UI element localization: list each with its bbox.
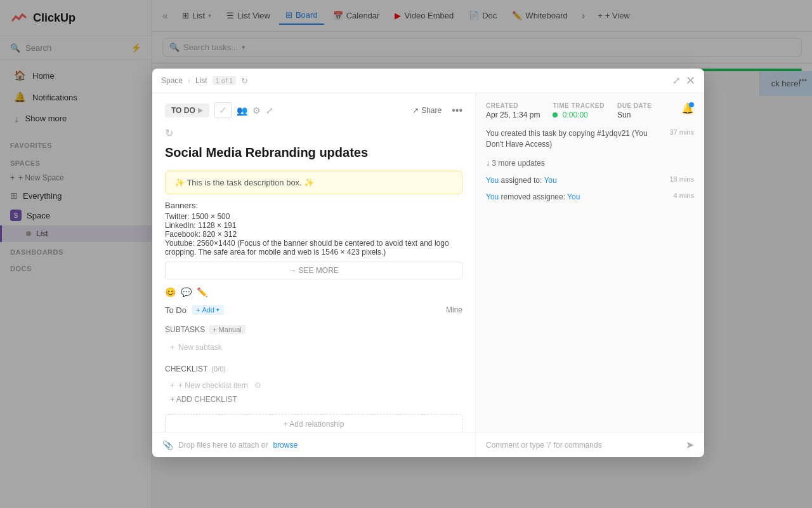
subtasks-header: SUBTASKS + Manual: [165, 325, 462, 334]
activity-text-middle-1: assigned to:: [501, 176, 544, 185]
due-date-value: Sun: [617, 110, 652, 119]
task-meta-row: CREATED Apr 25, 1:34 pm TIME TRACKED 0:0…: [486, 102, 694, 119]
task-status-label: TO DO: [171, 106, 195, 115]
browse-link[interactable]: browse: [273, 441, 298, 450]
add-dropdown-arrow: ▾: [216, 307, 219, 313]
checklist-count: (0/0): [211, 365, 226, 373]
add-todo-button[interactable]: + Add ▾: [192, 305, 224, 315]
new-checklist-placeholder: + New checklist item: [178, 381, 248, 390]
task-status-badge[interactable]: TO DO ▶: [165, 104, 209, 117]
activity-time-1: 18 mins: [669, 175, 694, 183]
modal-expand-icon[interactable]: ⤢: [672, 75, 681, 86]
checklist-settings-icon[interactable]: ⚙: [254, 381, 261, 390]
modal-footer-left: 📎 Drop files here to attach or browse: [152, 432, 476, 457]
due-date-label: DUE DATE: [617, 102, 652, 109]
plus-icon: +: [170, 381, 174, 390]
share-icon: ↗: [412, 106, 419, 115]
task-fullscreen-icon[interactable]: ⤢: [266, 105, 273, 116]
due-date-meta: DUE DATE Sun: [617, 102, 652, 119]
created-label: CREATED: [486, 102, 540, 109]
task-status-bar: TO DO ▶ ✓ 👥 ⚙ ⤢ ↗ Share •••: [165, 102, 462, 118]
task-meta-panel: CREATED Apr 25, 1:34 pm TIME TRACKED 0:0…: [476, 93, 704, 432]
activity-text-middle-2: removed assignee:: [501, 192, 568, 201]
task-status-check-icon[interactable]: ✓: [214, 102, 232, 118]
new-subtask-placeholder: New subtask: [178, 343, 222, 352]
time-value: 0:00:00: [563, 110, 588, 119]
reaction-bar: 😊 💬 ✏️: [165, 287, 462, 297]
activity-text-0: You created this task by copying #1ydqv2…: [486, 128, 665, 150]
activity-you-2: You: [486, 192, 499, 201]
modal-close-button[interactable]: ✕: [686, 74, 695, 88]
task-description-content: Banners: Twitter: 1500 × 500 LinkedIn: 1…: [165, 201, 462, 257]
comment-reaction-icon[interactable]: 💬: [181, 287, 192, 297]
task-more-options-button[interactable]: •••: [452, 105, 462, 116]
breadcrumb-space[interactable]: Space: [161, 76, 183, 85]
comment-send-icon[interactable]: ➤: [686, 439, 694, 451]
see-more-button[interactable]: → SEE MORE: [165, 262, 462, 279]
todo-label: To Do: [165, 305, 187, 315]
task-modal: Space › List 1 of 1 ↻ ⤢ ✕ TO DO ▶ ✓ 👥 ⚙ …: [152, 69, 704, 457]
activity-text-2: You removed assignee: You: [486, 192, 670, 203]
activity-expand-button[interactable]: ↓ 3 more updates: [486, 156, 694, 170]
banner-item-3: Youtube: 2560×1440 (Focus of the banner …: [165, 239, 462, 257]
emoji-reaction-icon[interactable]: 😊: [165, 287, 176, 297]
edit-reaction-icon[interactable]: ✏️: [197, 287, 207, 297]
notification-button-wrapper: 🔔: [681, 102, 694, 119]
breadcrumb-refresh-icon[interactable]: ↻: [241, 76, 248, 86]
activity-item-2: You removed assignee: You 4 mins: [486, 192, 694, 203]
task-detail-panel: TO DO ▶ ✓ 👥 ⚙ ⤢ ↗ Share ••• ↻: [152, 93, 476, 432]
activity-item-1: You assigned to: You 18 mins: [486, 175, 694, 186]
task-assignees-icon[interactable]: 👥: [237, 105, 247, 116]
banner-item-0: Twitter: 1500 × 500: [165, 212, 462, 221]
banners-label: Banners:: [165, 201, 462, 210]
modal-body: TO DO ▶ ✓ 👥 ⚙ ⤢ ↗ Share ••• ↻: [152, 93, 704, 432]
task-settings-icon[interactable]: ⚙: [252, 105, 261, 116]
subtasks-label: SUBTASKS: [165, 325, 205, 334]
checklist-section: CHECKLIST (0/0) + + New checklist item ⚙…: [165, 364, 462, 406]
breadcrumb-counter: 1 of 1: [213, 76, 237, 85]
status-dropdown-arrow: ▶: [198, 107, 203, 114]
banner-item-1: LinkedIn: 1128 × 191: [165, 221, 462, 230]
created-meta: CREATED Apr 25, 1:34 pm: [486, 102, 540, 119]
activity-you-ref-1: You: [544, 176, 556, 185]
time-tracked-label: TIME TRACKED: [553, 102, 605, 109]
activity-section: You created this task by copying #1ydqv2…: [486, 128, 694, 209]
activity-you-1: You: [486, 176, 499, 185]
add-icon: +: [196, 306, 200, 314]
plus-icon: +: [170, 343, 174, 352]
manual-badge[interactable]: + Manual: [209, 325, 246, 334]
breadcrumb-list[interactable]: List: [195, 76, 207, 85]
task-top-actions: ↗ Share •••: [407, 104, 462, 117]
comment-input[interactable]: Comment or type '/' for commands: [486, 441, 681, 450]
add-relationship-button[interactable]: + Add relationship: [165, 414, 462, 432]
breadcrumb-separator-1: ›: [188, 76, 190, 85]
add-checklist-button[interactable]: + ADD CHECKLIST: [165, 392, 462, 406]
share-button[interactable]: ↗ Share: [407, 104, 447, 117]
notification-dot: [689, 102, 694, 107]
modal-footer: 📎 Drop files here to attach or browse Co…: [152, 432, 704, 457]
activity-time-2: 4 mins: [674, 192, 694, 199]
subtasks-section: SUBTASKS + Manual + New subtask: [165, 325, 462, 356]
checklist-header: CHECKLIST (0/0): [165, 364, 462, 373]
modal-header: Space › List 1 of 1 ↻ ⤢ ✕: [152, 69, 704, 93]
task-title[interactable]: Social Media Rebranding updates: [165, 144, 462, 161]
task-loading-icon: ↻: [165, 127, 462, 139]
task-description-highlight[interactable]: ✨ This is the task description box. ✨: [165, 171, 462, 194]
new-checklist-item[interactable]: + + New checklist item ⚙: [165, 378, 462, 392]
time-tracked-meta: TIME TRACKED 0:00:00: [553, 102, 605, 119]
created-value: Apr 25, 1:34 pm: [486, 110, 540, 119]
add-todo-label: Add: [202, 306, 214, 314]
modal-footer-right: Comment or type '/' for commands ➤: [476, 432, 704, 457]
mine-label: Mine: [446, 305, 462, 314]
attach-icon: 📎: [162, 440, 173, 450]
share-label: Share: [421, 106, 442, 115]
new-subtask-input[interactable]: + New subtask: [165, 339, 462, 356]
todo-header: To Do + Add ▾ Mine: [165, 305, 462, 315]
activity-item-0: You created this task by copying #1ydqv2…: [486, 128, 694, 150]
drop-files-text: Drop files here to attach or: [178, 441, 268, 450]
banner-item-2: Facebook: 820 × 312: [165, 230, 462, 239]
checklist-label: CHECKLIST: [165, 364, 207, 373]
time-tracked-value: 0:00:00: [553, 110, 605, 119]
activity-text-1: You assigned to: You: [486, 175, 665, 186]
modal-action-buttons: ⤢ ✕: [672, 74, 695, 88]
